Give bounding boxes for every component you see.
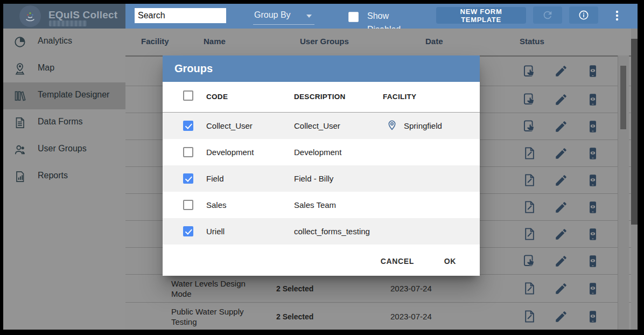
select-all-checkbox[interactable] — [183, 90, 193, 101]
chevron-down-icon — [306, 15, 312, 18]
top-app-bar: EQuIS Collect Group By Show Disabled NEW… — [3, 4, 638, 29]
cancel-button[interactable]: CANCEL — [374, 253, 421, 270]
collect-logo-icon — [19, 5, 41, 27]
group-checkbox[interactable] — [183, 121, 193, 131]
column-header-description: DESCRIPTION — [294, 93, 346, 101]
group-row[interactable]: Field Field - Billy — [163, 165, 480, 192]
dialog-footer: CANCEL OK — [163, 247, 480, 276]
cell-code: Uriell — [206, 218, 225, 245]
refresh-button[interactable] — [533, 6, 562, 24]
show-disabled-toggle[interactable]: Show Disabled — [348, 11, 418, 29]
redacted-subtitle — [49, 20, 87, 26]
column-header-code: CODE — [206, 93, 228, 101]
app-window: EQuIS Collect Group By Show Disabled NEW… — [3, 4, 638, 330]
info-icon — [578, 9, 590, 21]
cell-description: Sales Team — [294, 192, 336, 218]
kebab-menu-icon[interactable] — [611, 6, 624, 25]
cell-code: Development — [206, 139, 254, 165]
location-pin-icon — [385, 119, 399, 133]
ok-button[interactable]: OK — [438, 253, 463, 270]
group-checkbox[interactable] — [183, 147, 193, 157]
refresh-icon — [542, 9, 554, 21]
group-checkbox[interactable] — [183, 226, 193, 236]
show-disabled-label: Show Disabled — [367, 9, 410, 29]
dialog-table-header: CODE DESCRIPTION FACILITY — [163, 82, 480, 113]
show-disabled-checkbox[interactable] — [348, 12, 359, 22]
group-by-dropdown[interactable]: Group By — [253, 9, 316, 25]
column-header-facility: FACILITY — [383, 93, 416, 101]
new-form-template-button[interactable]: NEW FORM TEMPLATE — [436, 7, 526, 24]
cell-description: Field - Billy — [294, 165, 333, 192]
dropdown-underline — [253, 24, 314, 25]
dialog-title: Groups — [174, 62, 213, 75]
dialog-header: Groups — [163, 55, 480, 82]
cell-description: collect_forms_testing — [294, 218, 370, 245]
group-row[interactable]: Development Development — [163, 139, 480, 165]
facility-name: Springfield — [404, 121, 442, 130]
group-row[interactable]: Sales Sales Team — [163, 192, 480, 218]
screen: EQuIS Collect Group By Show Disabled NEW… — [0, 0, 644, 335]
cell-description: Development — [294, 139, 341, 165]
cell-description: Collect_User — [294, 113, 340, 139]
group-row[interactable]: Collect_User Collect_User Springfield — [163, 113, 480, 139]
cell-facility: Springfield — [385, 113, 442, 139]
cell-code: Collect_User — [206, 113, 253, 139]
cell-code: Sales — [206, 192, 227, 218]
app-title: EQuIS Collect — [48, 9, 117, 21]
group-checkbox[interactable] — [183, 173, 193, 184]
dialog-table-body: Collect_User Collect_User Springfield De… — [163, 113, 480, 245]
groups-dialog: Groups CODE DESCRIPTION FACILITY Collect… — [163, 55, 480, 276]
info-button[interactable] — [569, 6, 598, 24]
search-input[interactable] — [135, 8, 226, 23]
group-by-label: Group By — [254, 10, 291, 20]
group-checkbox[interactable] — [183, 200, 193, 210]
group-row[interactable]: Uriell collect_forms_testing — [163, 218, 480, 245]
cell-code: Field — [206, 165, 224, 192]
brand-header: EQuIS Collect — [3, 4, 125, 29]
